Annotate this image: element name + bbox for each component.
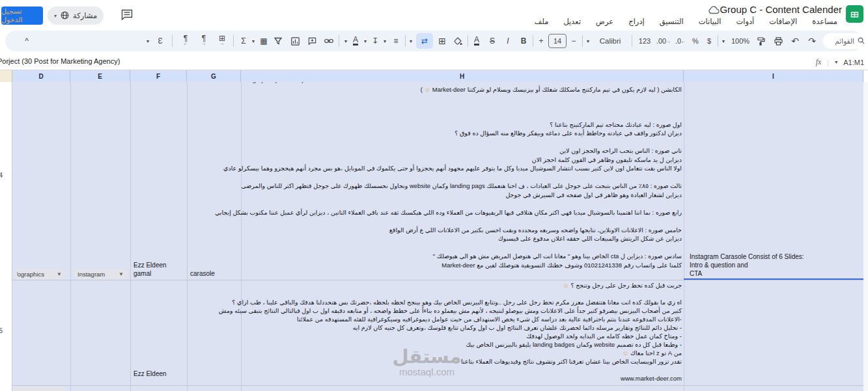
cell-text-line: CTA (690, 270, 804, 278)
share-button[interactable]: مشاركة ▾ (48, 7, 104, 25)
dropdown-caret-icon[interactable]: ▾ (343, 31, 349, 51)
paint-format-button[interactable] (755, 31, 767, 51)
decrease-decimal-button[interactable]: .0 (675, 31, 686, 51)
text-rotation-button[interactable]: A (350, 31, 361, 51)
formula-bar[interactable]: Porject (30 Post for Marketing Agency) A… (0, 55, 868, 70)
cell-f14[interactable]: Ezz Eldeengamal (133, 262, 167, 278)
sign-in-button[interactable]: تسجيل الدخول (1, 7, 43, 25)
cell-text-line: الكابشن ( ليه لازم يكون في تيم ماركتنج م… (241, 85, 682, 94)
cell-text-line: اولا الناس بقت تتعامل اون لاين كتير بسبب… (241, 164, 682, 173)
gridline (70, 82, 71, 391)
separator: | (827, 59, 829, 66)
column-header-g[interactable]: G (187, 70, 241, 82)
cell-h14-topline: Infographic ( carasole) (242, 82, 304, 83)
cell-i14[interactable]: Instagram Carasole Consist of 6 Slides:I… (690, 253, 804, 278)
dropdown-caret-icon[interactable]: ▾ (145, 31, 151, 51)
column-header-d[interactable]: D (12, 70, 70, 82)
undo-button[interactable]: ↶ (789, 31, 801, 51)
cell-text-line: Intro & question and (690, 262, 804, 270)
collapse-toolbar-button[interactable]: ^ (21, 31, 33, 51)
increase-font-size-button[interactable]: + (537, 31, 546, 51)
share-dropdown-caret[interactable]: ▾ (54, 13, 57, 19)
font-select[interactable]: Calibri (594, 31, 626, 51)
print-button[interactable] (772, 31, 784, 51)
dropdown-chip-d16-partial[interactable] (13, 386, 66, 391)
zoom-caret-icon[interactable]: ▾ (720, 31, 727, 51)
paragraph-ltr-icon[interactable]: ¶← (178, 31, 193, 51)
name-box[interactable]: A1:M1 (843, 59, 864, 66)
increase-decimal-button[interactable]: .00 (656, 31, 671, 51)
italic-button[interactable]: I (503, 31, 513, 51)
currency-format-button[interactable]: $ (705, 31, 714, 51)
menu-tools[interactable]: أدوات (735, 16, 755, 27)
fill-color-button[interactable] (452, 31, 464, 51)
cell-text-line: رابع صوره : بما اننا اهتمينا بالسوشيال م… (241, 208, 682, 217)
cell-g14[interactable]: carasole (190, 270, 215, 277)
font-caret-icon[interactable]: ▾ (585, 31, 591, 51)
menu-data[interactable]: البيانات (697, 16, 723, 27)
cell-text-line: اول صوره : ليه عيادتك محتاجه تيم الماركت… (241, 120, 682, 129)
comment-history-icon[interactable] (121, 9, 133, 23)
sheet-direction-icon[interactable]: ⊞→ (215, 31, 229, 51)
redo-button[interactable]: ↷ (806, 31, 818, 51)
menu-help[interactable]: مساعدة (811, 16, 839, 27)
menu-insert[interactable]: إدراج (627, 16, 646, 27)
cell-text-line (241, 290, 682, 298)
column-header-f[interactable]: F (130, 70, 187, 82)
filter-button[interactable] (272, 31, 284, 51)
vertical-align-button[interactable]: ↧ (370, 31, 380, 51)
row-border (0, 280, 868, 280)
cell-text-line: - ومتاح كمان عمل خطه كامله من البدايه ول… (241, 332, 682, 340)
menu-extensions[interactable]: الإضافات (768, 16, 798, 27)
document-title[interactable]: Group C - Content Calender (720, 4, 842, 15)
menu-edit[interactable]: تعديل (562, 16, 582, 27)
merge-caret-icon[interactable]: ▾ (408, 31, 414, 51)
column-header-i[interactable]: I (684, 70, 863, 82)
bold-button[interactable]: B (518, 31, 529, 51)
number-format-button[interactable]: 123 (637, 31, 652, 51)
percent-format-button[interactable]: % (690, 31, 701, 51)
strikethrough-button[interactable]: S (487, 31, 497, 51)
dropdown-chip-e14[interactable]: Instagram ▼ (74, 269, 128, 280)
cloud-save-status-icon[interactable] (708, 5, 720, 17)
vertical-scrollbar-track[interactable] (863, 82, 868, 391)
row-number-14[interactable]: 14 (0, 172, 3, 179)
menu-view[interactable]: عرض (595, 16, 615, 27)
decrease-font-size-button[interactable]: − (569, 31, 578, 51)
borders-button[interactable]: ⊞ (436, 31, 448, 51)
row-number-15[interactable]: 15 (0, 327, 3, 334)
horizontal-align-button[interactable]: ≡ (391, 31, 401, 51)
cell-text-line: Ezz Eldeen (133, 262, 167, 270)
column-header-e[interactable]: E (70, 70, 130, 82)
merge-cells-button-active[interactable]: ⇄ (415, 31, 434, 51)
cell-text-line (241, 217, 682, 226)
cell-h14[interactable]: الكابشن ( ليه لازم يكون في تيم ماركتنج م… (241, 85, 682, 270)
insert-comment-button[interactable] (306, 31, 318, 51)
dropdown-caret-icon[interactable]: ▾ (382, 31, 388, 51)
font-size-input[interactable]: 14 (548, 31, 567, 51)
menu-file[interactable]: ملف (533, 16, 550, 27)
currency-epsilon-icon[interactable]: Ɛ (155, 31, 165, 51)
dropdown-chip-d14[interactable]: Infographics ▼ (13, 269, 66, 280)
pivot-table-button[interactable]: ▦ (258, 31, 270, 51)
paragraph-rtl-icon[interactable]: ¶→ (197, 31, 211, 51)
menu-format[interactable]: التنسيق (658, 16, 685, 27)
chip-value: Infographics (17, 271, 44, 278)
functions-sum-button[interactable]: Σ (238, 31, 249, 51)
toolbar-search[interactable]: القوائم (823, 33, 868, 49)
spreadsheet-grid[interactable]: 14 15 Infographics ▼ Instagram ▼ Ezz Eld… (0, 82, 868, 391)
name-box-caret-icon[interactable]: ▾ (835, 59, 837, 65)
zoom-select[interactable]: 100% (728, 31, 753, 51)
cell-h15[interactable]: جربت قبل كده تحط رجل على رجل وتنجح ؟ ☺ ا… (241, 281, 682, 383)
cell-text-line: - تحليل دائم للنتائج وتقارير مرسله دائما… (241, 323, 682, 332)
text-color-button[interactable]: A (471, 31, 482, 51)
dropdown-caret-icon[interactable]: ▾ (362, 31, 369, 51)
functions-caret-icon[interactable]: ▾ (250, 31, 257, 51)
insert-link-button[interactable] (323, 31, 335, 51)
formula-bar-content[interactable]: Porject (30 Post for Marketing Agency) (0, 57, 120, 65)
row-header-corner[interactable] (0, 70, 12, 82)
cell-f15[interactable]: Ezz Eldeen (133, 370, 167, 377)
column-header-h[interactable]: H (241, 70, 684, 82)
sheets-logo-icon[interactable] (846, 5, 863, 23)
insert-chart-button[interactable] (289, 31, 301, 51)
